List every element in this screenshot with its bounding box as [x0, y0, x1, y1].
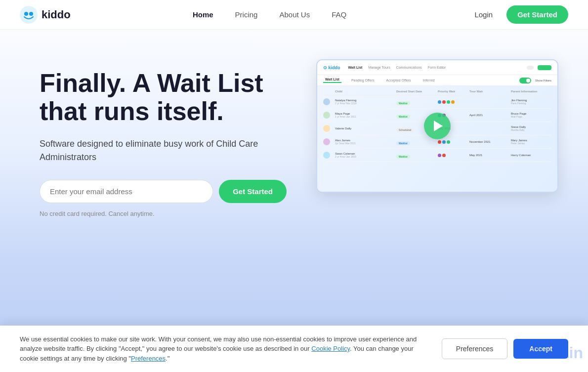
mock-dot: [438, 140, 441, 144]
navigation: kiddo Home Pricing About Us FAQ Login Ge…: [0, 0, 588, 30]
kiddo-logo-icon: [20, 6, 38, 24]
mock-badge-scheduled: Scheduled: [396, 128, 414, 132]
accept-button[interactable]: Accept: [513, 339, 568, 359]
mock-cell-parent: Jim Fleming Paris Fleming: [511, 99, 557, 105]
mock-header-right: [527, 65, 551, 70]
mock-avatar: [323, 125, 330, 132]
mock-tab-accepted: Accepted Offers: [384, 79, 413, 82]
mock-dot: [447, 100, 450, 104]
mock-tab-waitlist: Wait List: [323, 78, 341, 83]
hero-right: ⊙ kiddo Wait List Manage Tours Communica…: [316, 59, 558, 193]
mock-badge: Waitlist: [396, 155, 410, 159]
app-screenshot: ⊙ kiddo Wait List Manage Tours Communica…: [316, 59, 558, 193]
nav-home[interactable]: Home: [184, 6, 222, 23]
mock-badge: Waitlist: [396, 115, 410, 119]
mock-dot: [451, 100, 455, 104]
cookie-buttons: Preferences Accept: [442, 338, 568, 359]
mock-cell-name: Valerie Dally: [335, 127, 394, 130]
logo-text: kiddo: [42, 8, 71, 21]
table-row: Swan Coleman 2 yr 4mo/ Jan 1819 Waitlist…: [323, 149, 551, 162]
mock-tab-right: Show Filters: [519, 78, 551, 83]
mock-cell-parent: Mary James Peter James: [511, 139, 557, 145]
mock-dot: [442, 100, 446, 104]
nav-faq[interactable]: FAQ: [323, 6, 355, 23]
mock-dot: [442, 154, 446, 157]
mock-app-header: ⊙ kiddo Wait List Manage Tours Communica…: [317, 60, 557, 75]
mock-sub-tabs: Wait List Pending Offers Accepted Offers…: [317, 75, 557, 86]
cookie-text-end: .": [166, 355, 169, 362]
mock-dot: [438, 100, 441, 104]
mock-nav-waitlist: Wait List: [348, 66, 363, 69]
play-button[interactable]: [424, 113, 451, 139]
hero-subtitle: Software designed to eliminate busy work…: [40, 137, 287, 164]
no-credit-card-text: No credit card required. Cancel anytime.: [40, 210, 287, 217]
mock-th-child: Child: [335, 90, 394, 93]
hero-get-started-button[interactable]: Get Started: [219, 180, 287, 203]
mock-cell-parent: Steve Dally Manda Dally: [511, 125, 557, 131]
table-row: Natalya Fleming 2 yr 4mo/ Nov 2219 Waitl…: [323, 95, 551, 109]
hero-section: Finally. A Wait List that runs itself. S…: [0, 30, 588, 237]
mock-badge: Waitlist: [396, 141, 410, 145]
mock-tab-pending: Pending Offers: [349, 79, 377, 82]
mock-cell-name: Maya Page 1 yr 4mo/ Jan 1911: [335, 112, 394, 118]
mock-search-icon: [527, 66, 534, 70]
mock-cell-parent: Harry Coleman: [511, 154, 557, 157]
preferences-inline-link[interactable]: Preferences: [131, 355, 166, 362]
play-triangle-icon: [434, 121, 443, 131]
cookie-policy-link[interactable]: Cookie Policy: [311, 345, 350, 352]
nav-links: Home Pricing About Us FAQ: [184, 6, 355, 23]
hero-left: Finally. A Wait List that runs itself. S…: [40, 59, 287, 217]
mock-table-header: Child Desired Start Date Priority Wait T…: [323, 88, 551, 95]
nav-right: Login Get Started: [468, 5, 568, 24]
mock-nav-items: Wait List Manage Tours Communications Fo…: [348, 66, 446, 69]
mock-tab-inferred: Inferred: [421, 79, 437, 82]
svg-point-0: [20, 6, 38, 24]
mock-th-tourwait: Tour Wait: [469, 90, 509, 93]
mock-dot: [442, 140, 446, 144]
mock-avatar: [323, 112, 330, 119]
nav-get-started-button[interactable]: Get Started: [506, 5, 568, 24]
mock-dots: [438, 154, 467, 157]
mock-dots: [438, 100, 467, 104]
cookie-text: We use essential cookies to make our sit…: [20, 334, 432, 364]
mock-nav-tours: Manage Tours: [368, 66, 390, 69]
mock-th-parent: Parent Information: [511, 90, 557, 93]
mock-cell-name: Natalya Fleming 2 yr 4mo/ Nov 2219: [335, 99, 394, 105]
mock-dot: [438, 154, 441, 157]
mock-filter-label: Show Filters: [535, 79, 551, 82]
mock-avatar: [323, 138, 330, 145]
mock-th-priority: Priority Wait: [438, 90, 467, 93]
logo-link[interactable]: kiddo: [20, 6, 71, 24]
mock-badge-waitlist: Waitlist: [396, 101, 410, 105]
mock-avatar: [323, 98, 330, 105]
hero-title: Finally. A Wait List that runs itself.: [40, 69, 287, 125]
svg-point-1: [24, 12, 28, 16]
mock-avatar: [323, 152, 330, 159]
mock-nav-forms: Form Editor: [428, 66, 446, 69]
mock-dots: [438, 140, 467, 144]
nav-pricing[interactable]: Pricing: [226, 6, 267, 23]
mock-filter-toggle: [519, 78, 531, 83]
email-input[interactable]: [40, 180, 213, 203]
mock-cell-name: Alex James 2yr 5mo/ Mar 2021: [335, 139, 394, 145]
mock-cell-name: Swan Coleman 2 yr 4mo/ Jan 1819: [335, 152, 394, 158]
nav-about[interactable]: About Us: [270, 6, 319, 23]
svg-point-2: [29, 12, 33, 16]
hero-form: Get Started: [40, 180, 287, 203]
mock-nav-comms: Communications: [396, 66, 422, 69]
login-link[interactable]: Login: [468, 6, 499, 23]
mock-logo: ⊙ kiddo: [323, 65, 340, 70]
preferences-button[interactable]: Preferences: [442, 338, 507, 359]
mock-dot: [447, 140, 450, 144]
mock-cell-date: April 2021: [469, 114, 509, 117]
mock-th-check: [323, 90, 333, 93]
mock-th-date: Desired Start Date: [396, 90, 436, 93]
mock-action-button: [538, 65, 551, 70]
cookie-banner: We use essential cookies to make our sit…: [0, 326, 588, 372]
mock-cell-parent: Bruce Page Matt Page: [511, 112, 557, 118]
